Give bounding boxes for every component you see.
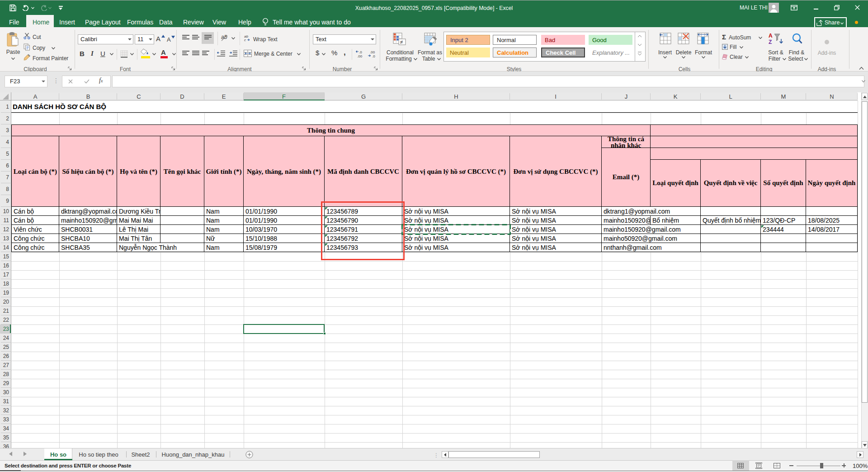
svg-text:A: A [769,33,773,39]
svg-text:Z: Z [769,39,772,45]
svg-text:c: c [244,38,246,42]
svg-text:≠: ≠ [400,39,403,45]
